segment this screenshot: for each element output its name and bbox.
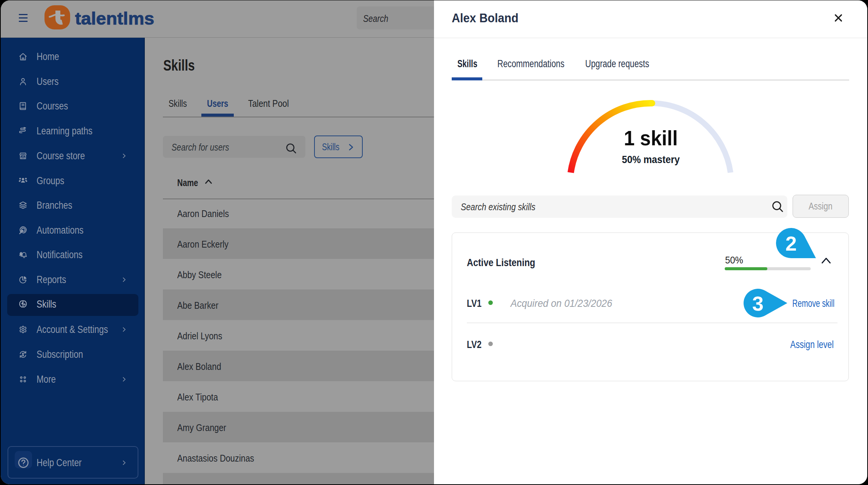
svg-text:3: 3: [752, 292, 764, 315]
svg-text:2: 2: [785, 232, 797, 255]
